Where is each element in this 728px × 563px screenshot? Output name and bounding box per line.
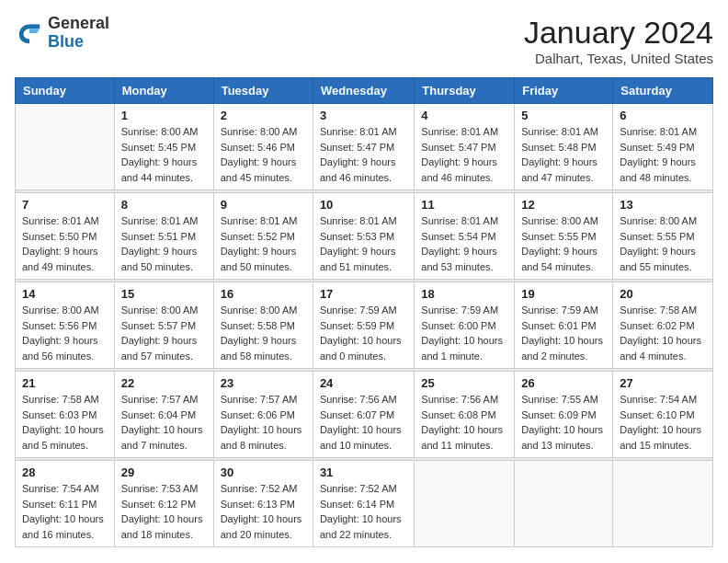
day-number: 29 <box>121 465 207 479</box>
weekday-header: Thursday <box>415 78 515 104</box>
calendar-day-cell: 7Sunrise: 8:01 AMSunset: 5:50 PMDaylight… <box>16 193 115 280</box>
day-number: 26 <box>521 376 606 390</box>
calendar-day-cell: 26Sunrise: 7:55 AMSunset: 6:09 PMDayligh… <box>515 372 613 458</box>
day-info: Sunrise: 8:01 AMSunset: 5:47 PMDaylight:… <box>421 124 507 185</box>
calendar-day-cell: 30Sunrise: 7:52 AMSunset: 6:13 PMDayligh… <box>213 461 313 547</box>
calendar-day-cell: 10Sunrise: 8:01 AMSunset: 5:53 PMDayligh… <box>313 193 414 280</box>
calendar-day-cell: 19Sunrise: 7:59 AMSunset: 6:01 PMDayligh… <box>515 282 613 369</box>
day-info: Sunrise: 8:00 AMSunset: 5:55 PMDaylight:… <box>521 213 606 274</box>
calendar-day-cell: 13Sunrise: 8:00 AMSunset: 5:55 PMDayligh… <box>613 193 713 280</box>
day-number: 28 <box>22 465 108 479</box>
day-number: 30 <box>221 465 306 479</box>
main-title: January 2024 <box>524 15 713 51</box>
day-info: Sunrise: 8:00 AMSunset: 5:58 PMDaylight:… <box>221 303 306 363</box>
page-header: General Blue January 2024 Dalhart, Texas… <box>15 15 713 66</box>
title-block: January 2024 Dalhart, Texas, United Stat… <box>524 15 713 66</box>
calendar-table: SundayMondayTuesdayWednesdayThursdayFrid… <box>15 77 713 547</box>
calendar-week-row: 1Sunrise: 8:00 AMSunset: 5:45 PMDaylight… <box>16 104 713 190</box>
day-info: Sunrise: 7:56 AMSunset: 6:07 PMDaylight:… <box>320 392 407 453</box>
logo: General Blue <box>15 15 109 52</box>
calendar-header-row: SundayMondayTuesdayWednesdayThursdayFrid… <box>16 78 713 104</box>
calendar-day-cell: 6Sunrise: 8:01 AMSunset: 5:49 PMDaylight… <box>613 104 713 190</box>
day-info: Sunrise: 8:01 AMSunset: 5:47 PMDaylight:… <box>320 124 407 185</box>
calendar-day-cell: 17Sunrise: 7:59 AMSunset: 5:59 PMDayligh… <box>313 282 414 369</box>
weekday-header: Friday <box>515 78 613 104</box>
calendar-week-row: 21Sunrise: 7:58 AMSunset: 6:03 PMDayligh… <box>16 372 713 458</box>
calendar-week-row: 7Sunrise: 8:01 AMSunset: 5:50 PMDaylight… <box>16 193 713 280</box>
calendar-day-cell: 18Sunrise: 7:59 AMSunset: 6:00 PMDayligh… <box>415 282 515 369</box>
day-number: 6 <box>620 109 706 122</box>
day-number: 22 <box>121 376 207 390</box>
day-number: 4 <box>421 109 507 122</box>
calendar-day-cell: 22Sunrise: 7:57 AMSunset: 6:04 PMDayligh… <box>114 372 213 458</box>
day-info: Sunrise: 8:01 AMSunset: 5:51 PMDaylight:… <box>121 213 207 274</box>
day-info: Sunrise: 8:00 AMSunset: 5:56 PMDaylight:… <box>22 303 108 363</box>
day-info: Sunrise: 7:53 AMSunset: 6:12 PMDaylight:… <box>121 481 207 542</box>
calendar-day-cell: 25Sunrise: 7:56 AMSunset: 6:08 PMDayligh… <box>415 372 515 458</box>
day-info: Sunrise: 7:57 AMSunset: 6:04 PMDaylight:… <box>121 392 207 453</box>
day-info: Sunrise: 7:54 AMSunset: 6:11 PMDaylight:… <box>22 481 108 542</box>
calendar-day-cell: 9Sunrise: 8:01 AMSunset: 5:52 PMDaylight… <box>213 193 313 280</box>
day-info: Sunrise: 8:01 AMSunset: 5:48 PMDaylight:… <box>521 124 606 185</box>
day-number: 18 <box>421 287 507 301</box>
day-number: 31 <box>320 465 407 479</box>
day-info: Sunrise: 7:56 AMSunset: 6:08 PMDaylight:… <box>421 392 507 453</box>
calendar-day-cell: 4Sunrise: 8:01 AMSunset: 5:47 PMDaylight… <box>415 104 515 190</box>
day-number: 7 <box>22 198 108 212</box>
calendar-day-cell: 12Sunrise: 8:00 AMSunset: 5:55 PMDayligh… <box>515 193 613 280</box>
day-number: 23 <box>221 376 306 390</box>
day-number: 25 <box>421 376 507 390</box>
calendar-day-cell <box>415 461 515 547</box>
logo-icon <box>15 18 44 48</box>
day-info: Sunrise: 7:59 AMSunset: 6:01 PMDaylight:… <box>521 303 606 363</box>
weekday-header: Monday <box>114 78 213 104</box>
day-number: 16 <box>221 287 306 301</box>
day-number: 10 <box>320 198 407 212</box>
calendar-day-cell: 27Sunrise: 7:54 AMSunset: 6:10 PMDayligh… <box>613 372 713 458</box>
day-number: 12 <box>521 198 606 212</box>
day-number: 1 <box>121 109 207 122</box>
day-info: Sunrise: 7:57 AMSunset: 6:06 PMDaylight:… <box>221 392 306 453</box>
calendar-day-cell: 8Sunrise: 8:01 AMSunset: 5:51 PMDaylight… <box>114 193 213 280</box>
day-number: 3 <box>320 109 407 122</box>
day-info: Sunrise: 8:00 AMSunset: 5:55 PMDaylight:… <box>620 213 706 274</box>
day-info: Sunrise: 7:54 AMSunset: 6:10 PMDaylight:… <box>620 392 706 453</box>
day-number: 19 <box>521 287 606 301</box>
day-info: Sunrise: 8:01 AMSunset: 5:49 PMDaylight:… <box>620 124 706 185</box>
calendar-day-cell: 14Sunrise: 8:00 AMSunset: 5:56 PMDayligh… <box>16 282 115 369</box>
day-number: 20 <box>620 287 706 301</box>
day-info: Sunrise: 7:52 AMSunset: 6:13 PMDaylight:… <box>221 481 306 542</box>
day-number: 21 <box>22 376 108 390</box>
day-info: Sunrise: 8:01 AMSunset: 5:52 PMDaylight:… <box>221 213 306 274</box>
day-info: Sunrise: 8:01 AMSunset: 5:53 PMDaylight:… <box>320 213 407 274</box>
weekday-header: Tuesday <box>213 78 313 104</box>
weekday-header: Wednesday <box>313 78 414 104</box>
day-number: 2 <box>221 109 306 122</box>
day-info: Sunrise: 8:00 AMSunset: 5:46 PMDaylight:… <box>221 124 306 185</box>
day-info: Sunrise: 7:58 AMSunset: 6:02 PMDaylight:… <box>620 303 706 363</box>
day-number: 5 <box>521 109 606 122</box>
day-number: 14 <box>22 287 108 301</box>
calendar-day-cell <box>613 461 713 547</box>
calendar-day-cell: 16Sunrise: 8:00 AMSunset: 5:58 PMDayligh… <box>213 282 313 369</box>
calendar-day-cell: 1Sunrise: 8:00 AMSunset: 5:45 PMDaylight… <box>114 104 213 190</box>
day-number: 11 <box>421 198 507 212</box>
logo-blue: Blue <box>48 33 109 52</box>
day-info: Sunrise: 8:00 AMSunset: 5:45 PMDaylight:… <box>121 124 207 185</box>
calendar-day-cell: 21Sunrise: 7:58 AMSunset: 6:03 PMDayligh… <box>16 372 115 458</box>
weekday-header: Saturday <box>613 78 713 104</box>
day-info: Sunrise: 7:58 AMSunset: 6:03 PMDaylight:… <box>22 392 108 453</box>
subtitle: Dalhart, Texas, United States <box>524 51 713 66</box>
calendar-day-cell <box>16 104 115 190</box>
day-number: 9 <box>221 198 306 212</box>
day-info: Sunrise: 8:01 AMSunset: 5:50 PMDaylight:… <box>22 213 108 274</box>
weekday-header: Sunday <box>16 78 115 104</box>
day-info: Sunrise: 7:59 AMSunset: 6:00 PMDaylight:… <box>421 303 507 363</box>
day-number: 27 <box>620 376 706 390</box>
day-info: Sunrise: 7:52 AMSunset: 6:14 PMDaylight:… <box>320 481 407 542</box>
day-info: Sunrise: 8:01 AMSunset: 5:54 PMDaylight:… <box>421 213 507 274</box>
calendar-day-cell: 23Sunrise: 7:57 AMSunset: 6:06 PMDayligh… <box>213 372 313 458</box>
day-info: Sunrise: 8:00 AMSunset: 5:57 PMDaylight:… <box>121 303 207 363</box>
calendar-day-cell: 20Sunrise: 7:58 AMSunset: 6:02 PMDayligh… <box>613 282 713 369</box>
day-number: 13 <box>620 198 706 212</box>
